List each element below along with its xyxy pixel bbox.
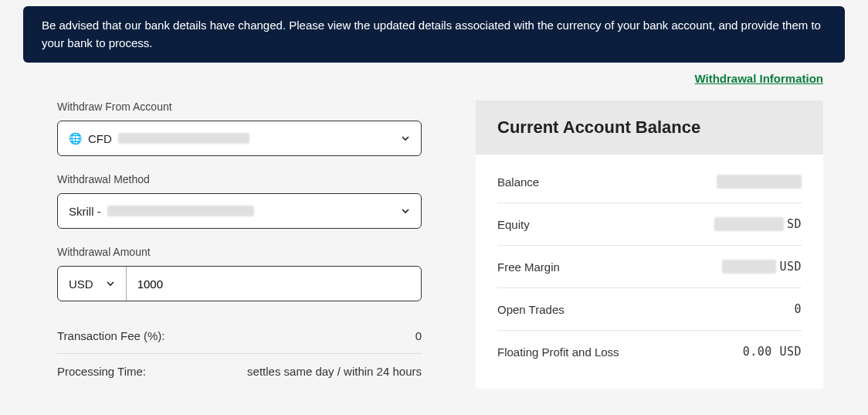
balance-label: Balance bbox=[497, 175, 539, 189]
equity-label: Equity bbox=[497, 218, 530, 231]
balance-redacted bbox=[717, 175, 802, 189]
method-redacted bbox=[107, 206, 254, 216]
balance-panel: Current Account Balance Balance Equity S… bbox=[476, 100, 823, 389]
balance-list: Balance Equity SD Free Margin USD bbox=[476, 155, 823, 379]
method-select-content: Skrill - bbox=[69, 205, 254, 218]
account-label: Withdraw From Account bbox=[57, 100, 422, 113]
main-content: Withdraw From Account 🌐 CFD Withdrawal M… bbox=[0, 85, 868, 389]
amount-label: Withdrawal Amount bbox=[57, 246, 422, 258]
currency-label: USD bbox=[69, 277, 93, 291]
fee-label: Transaction Fee (%): bbox=[57, 329, 165, 342]
balance-row-balance: Balance bbox=[497, 161, 802, 203]
currency-select[interactable]: USD bbox=[58, 267, 127, 301]
equity-redacted bbox=[714, 217, 784, 231]
amount-row: USD bbox=[57, 266, 422, 301]
floating-value: 0.00 USD bbox=[743, 345, 802, 359]
balance-row-equity: Equity SD bbox=[497, 203, 802, 246]
equity-suffix: SD bbox=[787, 217, 802, 231]
chevron-down-icon bbox=[106, 279, 115, 288]
open-trades-label: Open Trades bbox=[497, 303, 565, 316]
info-link-row: Withdrawal Information bbox=[0, 63, 868, 85]
account-select[interactable]: 🌐 CFD bbox=[57, 121, 422, 156]
free-margin-redacted bbox=[722, 260, 776, 274]
processing-label: Processing Time: bbox=[57, 365, 146, 378]
equity-value: SD bbox=[714, 217, 802, 231]
free-margin-suffix: USD bbox=[779, 260, 802, 274]
transaction-fee-row: Transaction Fee (%): 0 bbox=[57, 318, 422, 354]
bank-details-notice: Be advised that our bank details have ch… bbox=[23, 6, 845, 63]
floating-label: Floating Profit and Loss bbox=[497, 345, 619, 359]
withdrawal-form: Withdraw From Account 🌐 CFD Withdrawal M… bbox=[57, 100, 422, 389]
account-prefix: CFD bbox=[88, 132, 112, 145]
fee-value: 0 bbox=[415, 329, 422, 342]
free-margin-label: Free Margin bbox=[497, 260, 560, 274]
withdrawal-information-link[interactable]: Withdrawal Information bbox=[694, 72, 823, 85]
processing-time-row: Processing Time: settles same day / with… bbox=[57, 354, 422, 389]
amount-input[interactable] bbox=[127, 267, 421, 301]
balance-row-floating: Floating Profit and Loss 0.00 USD bbox=[497, 331, 802, 372]
chevron-down-icon bbox=[401, 206, 410, 216]
processing-value: settles same day / within 24 hours bbox=[247, 365, 422, 378]
balance-row-open-trades: Open Trades 0 bbox=[497, 288, 802, 331]
balance-row-free-margin: Free Margin USD bbox=[497, 246, 802, 288]
globe-icon: 🌐 bbox=[69, 132, 82, 145]
balance-value bbox=[717, 175, 802, 189]
balance-header: Current Account Balance bbox=[476, 100, 823, 155]
open-trades-value: 0 bbox=[794, 302, 802, 316]
free-margin-value: USD bbox=[722, 260, 802, 274]
method-select[interactable]: Skrill - bbox=[57, 193, 422, 229]
account-select-content: 🌐 CFD bbox=[69, 132, 249, 145]
method-label: Withdrawal Method bbox=[57, 173, 422, 185]
chevron-down-icon bbox=[401, 134, 410, 143]
account-redacted bbox=[118, 133, 249, 144]
method-prefix: Skrill - bbox=[69, 205, 101, 218]
